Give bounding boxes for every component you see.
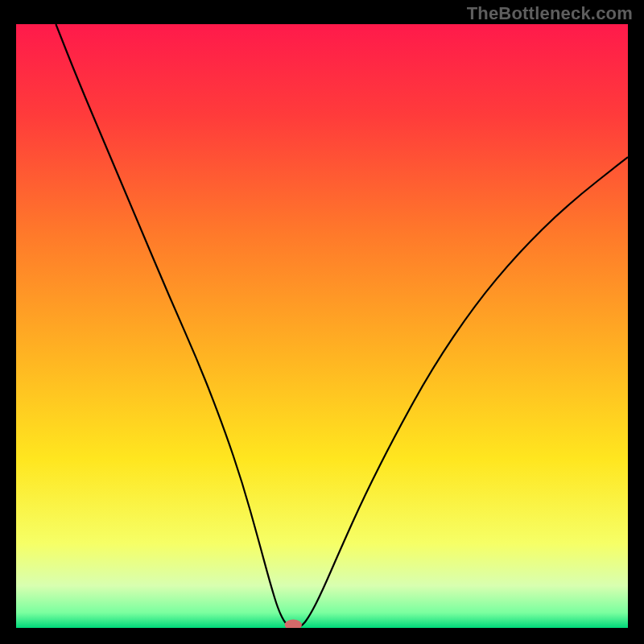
gradient-background bbox=[16, 24, 628, 628]
chart-container: TheBottleneck.com bbox=[0, 0, 644, 644]
plot-frame bbox=[16, 24, 628, 628]
bottleneck-plot bbox=[16, 24, 628, 628]
watermark-label: TheBottleneck.com bbox=[467, 3, 633, 24]
